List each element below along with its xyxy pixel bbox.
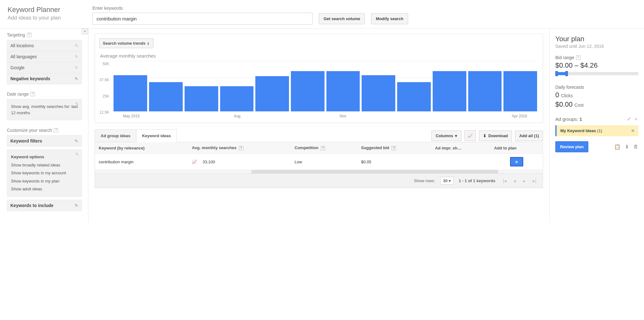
download-button[interactable]: ⬇ Download: [479, 131, 512, 141]
add-icon[interactable]: ＋: [634, 116, 638, 122]
chart-bar: [149, 82, 183, 111]
chart-x-axis: May 2015AugNovApr 2016: [112, 114, 538, 118]
th-comp[interactable]: Competition ?: [291, 142, 357, 154]
chart-bar: [397, 82, 431, 111]
chart-icon[interactable]: 📈: [192, 160, 197, 164]
keyword-filters-item[interactable]: Keyword filters✎: [7, 135, 82, 147]
close-icon[interactable]: ✕: [631, 128, 635, 133]
forecast-cost: $0.00Cost: [555, 100, 638, 109]
expand-icon[interactable]: ⤢: [627, 116, 631, 122]
columns-button[interactable]: Columns ▾: [431, 131, 461, 141]
my-keyword-ideas-item[interactable]: My Keyword Ideas (1) ✕: [555, 125, 638, 136]
th-keyword[interactable]: Keyword (by relevance): [95, 142, 188, 154]
help-icon[interactable]: ?: [391, 146, 396, 150]
chart-bar: [433, 71, 466, 111]
forecast-clicks: 0Clicks: [555, 91, 638, 99]
targeting-item[interactable]: All locations✎: [7, 40, 82, 51]
th-avg[interactable]: Avg. monthly searches ?: [188, 142, 291, 154]
keywords-label: Enter keywords: [92, 6, 636, 11]
chart-icon: 📈: [468, 133, 473, 138]
pencil-icon: ✎: [75, 138, 78, 143]
slider-min-handle[interactable]: [555, 71, 558, 76]
copy-icon[interactable]: 📋: [614, 144, 620, 150]
bid-range-value: $0.00 – $4.26: [555, 61, 638, 70]
pager-last-button[interactable]: ▸|: [530, 178, 539, 184]
help-icon[interactable]: ?: [31, 92, 35, 96]
th-add: Add to plan: [490, 142, 543, 154]
sidebar: « Targeting? All locations✎All languages…: [0, 29, 88, 222]
targeting-item[interactable]: Google✎: [7, 62, 82, 73]
adgroups-count: Ad groups: 1: [555, 116, 582, 122]
chart-bar: [291, 71, 325, 111]
keyword-options-box[interactable]: ✎ Keyword options Show broadly related i…: [7, 149, 82, 197]
help-icon[interactable]: ?: [54, 128, 58, 132]
get-search-volume-button[interactable]: Get search volume: [319, 13, 365, 24]
add-to-plan-button[interactable]: »: [510, 157, 523, 166]
review-plan-button[interactable]: Review plan: [555, 141, 588, 152]
chart-bar: [468, 71, 502, 111]
chart-bar: [362, 75, 395, 111]
chart-bars: [112, 61, 538, 111]
tab-keyword-ideas[interactable]: Keyword ideas: [136, 129, 177, 142]
add-all-button[interactable]: Add all (1): [515, 131, 543, 141]
targeting-item[interactable]: All languages✎: [7, 51, 82, 62]
pencil-icon: ✎: [75, 152, 79, 157]
pencil-icon: ✎: [75, 101, 79, 106]
rows-per-page-select[interactable]: 30 ▾: [440, 177, 454, 185]
keyword-option: Show keywords in my plan: [10, 177, 78, 185]
customize-heading: Customize your search?: [7, 128, 82, 133]
slider-max-handle[interactable]: [565, 71, 568, 76]
daily-forecasts-label: Daily forecasts: [555, 85, 638, 90]
delete-icon[interactable]: 🗑: [633, 144, 638, 150]
modify-search-button[interactable]: Modify search: [371, 13, 408, 24]
page-subtitle: Add ideas to your plan: [8, 15, 80, 21]
bid-range-label: Bid range?: [555, 55, 638, 60]
horizontal-scrollbar[interactable]: [95, 170, 543, 174]
chart-y-axis: 50K37.5K25K12.5K: [99, 61, 109, 115]
pencil-icon: ✎: [75, 203, 78, 208]
chart-type-dropdown[interactable]: Search volume trends: [99, 38, 153, 48]
pencil-icon: ✎: [75, 65, 78, 70]
help-icon[interactable]: ?: [576, 55, 580, 60]
th-impr[interactable]: Ad impr. sh…: [431, 142, 491, 154]
plan-panel: Your plan Saved until Jun 12, 2016 Bid r…: [550, 29, 644, 222]
negative-keywords-item[interactable]: Negative keywords✎: [7, 73, 82, 84]
cell-keyword: contribution margin: [95, 154, 188, 170]
keyword-option: Show keywords in my account: [10, 169, 78, 177]
keywords-to-include-item[interactable]: Keywords to include✎: [7, 200, 82, 211]
chart-bar: [114, 75, 147, 111]
chart-bar: [326, 71, 360, 111]
page-title: Keyword Planner: [8, 6, 80, 14]
table-row: contribution margin📈33,100Low$0.05»: [95, 154, 543, 170]
pager-prev-button[interactable]: ◂: [510, 178, 519, 184]
cell-comp: Low: [291, 154, 357, 170]
help-icon[interactable]: ?: [321, 146, 325, 150]
keywords-input[interactable]: [92, 13, 313, 25]
chart-bar: [255, 76, 289, 111]
targeting-heading: Targeting?: [7, 32, 82, 37]
pager-next-button[interactable]: ▸: [520, 178, 529, 184]
chart-bar: [220, 86, 254, 111]
pager-range: 1 - 1 of 1 keywords: [459, 178, 495, 183]
th-bid[interactable]: Suggested bid ?: [357, 142, 431, 154]
header: Keyword Planner Add ideas to your plan E…: [0, 0, 644, 29]
chart-subtitle: Average monthly searches: [100, 53, 538, 59]
date-range-box[interactable]: ✎ Show avg. monthly searches for: last 1…: [7, 99, 82, 120]
bid-range-slider[interactable]: [555, 72, 638, 75]
download-icon: ⬇: [483, 133, 486, 138]
dropdown-icon: ▾: [455, 133, 457, 138]
download-icon[interactable]: ⬇: [625, 144, 629, 150]
plan-saved: Saved until Jun 12, 2016: [555, 44, 638, 49]
collapse-sidebar-button[interactable]: «: [82, 29, 88, 34]
cell-avg: 📈33,100: [188, 154, 291, 170]
chart-icon-button[interactable]: 📈: [464, 130, 476, 141]
pencil-icon: ✎: [75, 54, 78, 59]
help-icon[interactable]: ?: [27, 33, 31, 37]
help-icon[interactable]: ?: [239, 146, 243, 150]
plan-title: Your plan: [555, 35, 638, 43]
show-rows-label: Show rows:: [414, 178, 435, 183]
tab-ad-group-ideas[interactable]: Ad group ideas: [95, 129, 136, 142]
pager-first-button[interactable]: |◂: [500, 178, 509, 184]
pencil-icon: ✎: [75, 76, 78, 81]
keywords-table: Keyword (by relevance) Avg. monthly sear…: [95, 142, 543, 170]
